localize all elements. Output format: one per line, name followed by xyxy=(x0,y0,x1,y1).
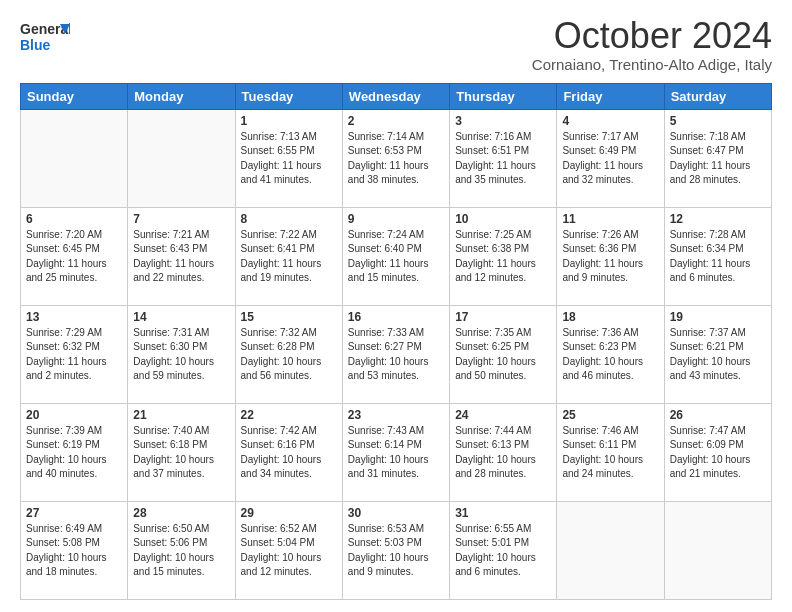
table-row xyxy=(21,109,128,207)
day-info: Sunrise: 7:18 AM Sunset: 6:47 PM Dayligh… xyxy=(670,130,766,188)
table-row: 4Sunrise: 7:17 AM Sunset: 6:49 PM Daylig… xyxy=(557,109,664,207)
table-row: 23Sunrise: 7:43 AM Sunset: 6:14 PM Dayli… xyxy=(342,403,449,501)
day-info: Sunrise: 7:32 AM Sunset: 6:28 PM Dayligh… xyxy=(241,326,337,384)
day-info: Sunrise: 7:20 AM Sunset: 6:45 PM Dayligh… xyxy=(26,228,122,286)
calendar-week-row: 6Sunrise: 7:20 AM Sunset: 6:45 PM Daylig… xyxy=(21,207,772,305)
day-number: 16 xyxy=(348,310,444,324)
day-number: 14 xyxy=(133,310,229,324)
day-number: 8 xyxy=(241,212,337,226)
table-row: 1Sunrise: 7:13 AM Sunset: 6:55 PM Daylig… xyxy=(235,109,342,207)
table-row: 3Sunrise: 7:16 AM Sunset: 6:51 PM Daylig… xyxy=(450,109,557,207)
table-row: 25Sunrise: 7:46 AM Sunset: 6:11 PM Dayli… xyxy=(557,403,664,501)
day-info: Sunrise: 7:40 AM Sunset: 6:18 PM Dayligh… xyxy=(133,424,229,482)
day-number: 17 xyxy=(455,310,551,324)
day-number: 20 xyxy=(26,408,122,422)
table-row: 30Sunrise: 6:53 AM Sunset: 5:03 PM Dayli… xyxy=(342,501,449,599)
page: General Blue October 2024 Cornaiano, Tre… xyxy=(0,0,792,612)
table-row xyxy=(557,501,664,599)
table-row: 5Sunrise: 7:18 AM Sunset: 6:47 PM Daylig… xyxy=(664,109,771,207)
day-info: Sunrise: 7:44 AM Sunset: 6:13 PM Dayligh… xyxy=(455,424,551,482)
table-row: 26Sunrise: 7:47 AM Sunset: 6:09 PM Dayli… xyxy=(664,403,771,501)
table-row: 29Sunrise: 6:52 AM Sunset: 5:04 PM Dayli… xyxy=(235,501,342,599)
table-row: 14Sunrise: 7:31 AM Sunset: 6:30 PM Dayli… xyxy=(128,305,235,403)
day-info: Sunrise: 7:46 AM Sunset: 6:11 PM Dayligh… xyxy=(562,424,658,482)
calendar-table: Sunday Monday Tuesday Wednesday Thursday… xyxy=(20,83,772,600)
table-row xyxy=(664,501,771,599)
table-row: 16Sunrise: 7:33 AM Sunset: 6:27 PM Dayli… xyxy=(342,305,449,403)
col-monday: Monday xyxy=(128,83,235,109)
day-info: Sunrise: 7:26 AM Sunset: 6:36 PM Dayligh… xyxy=(562,228,658,286)
calendar-week-row: 27Sunrise: 6:49 AM Sunset: 5:08 PM Dayli… xyxy=(21,501,772,599)
day-number: 9 xyxy=(348,212,444,226)
subtitle: Cornaiano, Trentino-Alto Adige, Italy xyxy=(532,56,772,73)
day-info: Sunrise: 6:50 AM Sunset: 5:06 PM Dayligh… xyxy=(133,522,229,580)
day-number: 18 xyxy=(562,310,658,324)
table-row: 11Sunrise: 7:26 AM Sunset: 6:36 PM Dayli… xyxy=(557,207,664,305)
day-info: Sunrise: 7:29 AM Sunset: 6:32 PM Dayligh… xyxy=(26,326,122,384)
day-info: Sunrise: 7:28 AM Sunset: 6:34 PM Dayligh… xyxy=(670,228,766,286)
table-row: 18Sunrise: 7:36 AM Sunset: 6:23 PM Dayli… xyxy=(557,305,664,403)
calendar-week-row: 1Sunrise: 7:13 AM Sunset: 6:55 PM Daylig… xyxy=(21,109,772,207)
table-row: 19Sunrise: 7:37 AM Sunset: 6:21 PM Dayli… xyxy=(664,305,771,403)
table-row: 8Sunrise: 7:22 AM Sunset: 6:41 PM Daylig… xyxy=(235,207,342,305)
table-row: 20Sunrise: 7:39 AM Sunset: 6:19 PM Dayli… xyxy=(21,403,128,501)
title-block: October 2024 Cornaiano, Trentino-Alto Ad… xyxy=(532,16,772,73)
col-thursday: Thursday xyxy=(450,83,557,109)
day-number: 31 xyxy=(455,506,551,520)
day-number: 5 xyxy=(670,114,766,128)
table-row: 2Sunrise: 7:14 AM Sunset: 6:53 PM Daylig… xyxy=(342,109,449,207)
table-row: 17Sunrise: 7:35 AM Sunset: 6:25 PM Dayli… xyxy=(450,305,557,403)
day-number: 2 xyxy=(348,114,444,128)
day-info: Sunrise: 7:16 AM Sunset: 6:51 PM Dayligh… xyxy=(455,130,551,188)
table-row: 21Sunrise: 7:40 AM Sunset: 6:18 PM Dayli… xyxy=(128,403,235,501)
table-row: 28Sunrise: 6:50 AM Sunset: 5:06 PM Dayli… xyxy=(128,501,235,599)
table-row: 24Sunrise: 7:44 AM Sunset: 6:13 PM Dayli… xyxy=(450,403,557,501)
month-title: October 2024 xyxy=(532,16,772,56)
day-info: Sunrise: 7:47 AM Sunset: 6:09 PM Dayligh… xyxy=(670,424,766,482)
day-info: Sunrise: 7:25 AM Sunset: 6:38 PM Dayligh… xyxy=(455,228,551,286)
table-row: 22Sunrise: 7:42 AM Sunset: 6:16 PM Dayli… xyxy=(235,403,342,501)
day-number: 15 xyxy=(241,310,337,324)
logo-icon: General Blue xyxy=(20,16,70,56)
day-info: Sunrise: 7:39 AM Sunset: 6:19 PM Dayligh… xyxy=(26,424,122,482)
calendar-week-row: 13Sunrise: 7:29 AM Sunset: 6:32 PM Dayli… xyxy=(21,305,772,403)
table-row: 6Sunrise: 7:20 AM Sunset: 6:45 PM Daylig… xyxy=(21,207,128,305)
col-tuesday: Tuesday xyxy=(235,83,342,109)
day-number: 29 xyxy=(241,506,337,520)
day-info: Sunrise: 7:33 AM Sunset: 6:27 PM Dayligh… xyxy=(348,326,444,384)
day-number: 7 xyxy=(133,212,229,226)
col-saturday: Saturday xyxy=(664,83,771,109)
day-number: 1 xyxy=(241,114,337,128)
day-number: 3 xyxy=(455,114,551,128)
calendar-week-row: 20Sunrise: 7:39 AM Sunset: 6:19 PM Dayli… xyxy=(21,403,772,501)
table-row: 10Sunrise: 7:25 AM Sunset: 6:38 PM Dayli… xyxy=(450,207,557,305)
day-info: Sunrise: 7:43 AM Sunset: 6:14 PM Dayligh… xyxy=(348,424,444,482)
day-info: Sunrise: 7:36 AM Sunset: 6:23 PM Dayligh… xyxy=(562,326,658,384)
day-number: 10 xyxy=(455,212,551,226)
day-number: 27 xyxy=(26,506,122,520)
day-number: 25 xyxy=(562,408,658,422)
table-row: 13Sunrise: 7:29 AM Sunset: 6:32 PM Dayli… xyxy=(21,305,128,403)
day-info: Sunrise: 6:55 AM Sunset: 5:01 PM Dayligh… xyxy=(455,522,551,580)
day-info: Sunrise: 7:21 AM Sunset: 6:43 PM Dayligh… xyxy=(133,228,229,286)
table-row: 31Sunrise: 6:55 AM Sunset: 5:01 PM Dayli… xyxy=(450,501,557,599)
col-friday: Friday xyxy=(557,83,664,109)
calendar-header-row: Sunday Monday Tuesday Wednesday Thursday… xyxy=(21,83,772,109)
logo: General Blue xyxy=(20,16,70,56)
day-number: 26 xyxy=(670,408,766,422)
day-info: Sunrise: 7:17 AM Sunset: 6:49 PM Dayligh… xyxy=(562,130,658,188)
day-info: Sunrise: 6:52 AM Sunset: 5:04 PM Dayligh… xyxy=(241,522,337,580)
day-info: Sunrise: 7:42 AM Sunset: 6:16 PM Dayligh… xyxy=(241,424,337,482)
day-info: Sunrise: 7:22 AM Sunset: 6:41 PM Dayligh… xyxy=(241,228,337,286)
day-info: Sunrise: 7:13 AM Sunset: 6:55 PM Dayligh… xyxy=(241,130,337,188)
table-row: 12Sunrise: 7:28 AM Sunset: 6:34 PM Dayli… xyxy=(664,207,771,305)
day-number: 12 xyxy=(670,212,766,226)
day-number: 28 xyxy=(133,506,229,520)
day-info: Sunrise: 6:49 AM Sunset: 5:08 PM Dayligh… xyxy=(26,522,122,580)
table-row: 9Sunrise: 7:24 AM Sunset: 6:40 PM Daylig… xyxy=(342,207,449,305)
col-wednesday: Wednesday xyxy=(342,83,449,109)
day-info: Sunrise: 6:53 AM Sunset: 5:03 PM Dayligh… xyxy=(348,522,444,580)
day-number: 23 xyxy=(348,408,444,422)
header: General Blue October 2024 Cornaiano, Tre… xyxy=(20,16,772,73)
table-row xyxy=(128,109,235,207)
